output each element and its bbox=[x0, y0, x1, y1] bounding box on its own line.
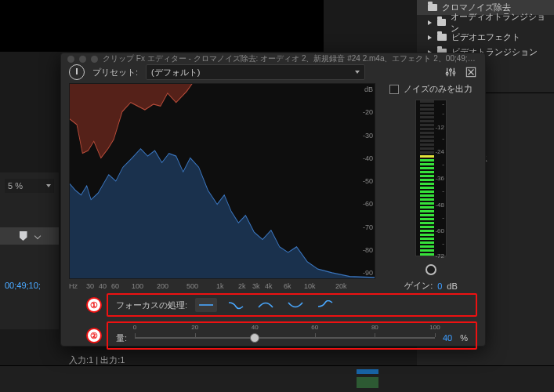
window-titlebar[interactable]: クリップ Fx エディター - クロマノイズ除去: オーディオ 2、新規録音 #… bbox=[61, 53, 485, 64]
amount-value[interactable]: 40 bbox=[443, 333, 452, 343]
io-channels: 入力:1 | 出力:1 bbox=[61, 351, 485, 371]
chevron-down-icon bbox=[355, 71, 360, 74]
zoom-percent[interactable]: 5 % bbox=[5, 179, 54, 193]
amount-highlight: ② 量: 020406080100 40 % bbox=[107, 321, 477, 350]
gain-label: ゲイン: bbox=[404, 280, 433, 292]
annotation-badge-2: ② bbox=[86, 328, 102, 343]
noise-only-checkbox[interactable]: ノイズのみを出力 bbox=[389, 83, 473, 95]
chevron-down-icon bbox=[46, 184, 51, 187]
amount-unit: % bbox=[460, 333, 468, 343]
focus-processing-label: フォーカスの処理: bbox=[116, 299, 187, 311]
noise-only-label: ノイズのみを出力 bbox=[404, 83, 473, 95]
signal-area bbox=[70, 149, 375, 278]
focus-shape-high-shelf[interactable] bbox=[314, 298, 336, 312]
marker-icon[interactable] bbox=[20, 231, 27, 241]
focus-shape-notch[interactable] bbox=[284, 298, 306, 312]
preview-black-area bbox=[0, 0, 324, 52]
tree-item-label: ビデオエフェクト bbox=[451, 31, 520, 43]
spectrum-display: dB-20-30-40-50-60-70-80-90 bbox=[69, 83, 375, 279]
folder-icon bbox=[428, 4, 437, 11]
gain-value[interactable]: 0 bbox=[437, 281, 442, 291]
window-title: クリップ Fx エディター - クロマノイズ除去: オーディオ 2、新規録音 #… bbox=[103, 53, 479, 64]
sliders-icon[interactable] bbox=[444, 66, 457, 78]
focus-shape-flat[interactable] bbox=[195, 298, 217, 312]
focus-processing-highlight: ① フォーカスの処理: bbox=[107, 293, 477, 317]
focus-shape-bell[interactable] bbox=[255, 298, 277, 312]
preset-dropdown[interactable]: (デフォルト) bbox=[146, 64, 365, 80]
traffic-light-close[interactable] bbox=[67, 56, 74, 63]
chevron-down-icon[interactable] bbox=[34, 233, 40, 239]
traffic-light-max[interactable] bbox=[91, 56, 98, 63]
preset-value: (デフォルト) bbox=[151, 67, 200, 78]
annotation-badge-1: ① bbox=[86, 297, 102, 313]
svg-point-3 bbox=[446, 72, 448, 74]
tree-item-label: オーディオトランジション bbox=[451, 11, 548, 34]
timecode-value[interactable]: 00;49;10; bbox=[0, 281, 59, 290]
clip-fx-editor-window: クリップ Fx エディター - クロマノイズ除去: オーディオ 2、新規録音 #… bbox=[60, 53, 486, 347]
effects-tree-item[interactable]: オーディオトランジション bbox=[417, 15, 554, 30]
folder-icon bbox=[437, 19, 446, 26]
zoom-percent-value: 5 % bbox=[8, 181, 23, 191]
checkbox-icon bbox=[389, 85, 399, 94]
power-toggle-icon[interactable] bbox=[69, 64, 85, 80]
svg-point-5 bbox=[453, 71, 455, 74]
amount-slider[interactable]: 020406080100 bbox=[135, 332, 435, 344]
focus-shape-low-shelf[interactable] bbox=[225, 298, 247, 312]
timeline-left-fragment: 5 % 00;49;10; bbox=[0, 172, 59, 329]
level-meter: ---12--24--36--48--60--72 bbox=[415, 100, 447, 256]
amount-label: 量: bbox=[116, 332, 127, 344]
db-scale: dB-20-30-40-50-60-70-80-90 bbox=[363, 84, 373, 278]
close-settings-icon[interactable] bbox=[465, 66, 477, 78]
toolbar: プリセット: (デフォルト) bbox=[61, 64, 485, 80]
folder-icon bbox=[437, 34, 447, 41]
gain-unit: dB bbox=[447, 281, 457, 291]
disclosure-triangle-icon bbox=[428, 20, 433, 25]
svg-point-4 bbox=[450, 69, 452, 71]
slider-thumb[interactable] bbox=[250, 333, 259, 343]
traffic-light-min[interactable] bbox=[79, 56, 86, 63]
disclosure-triangle-icon bbox=[428, 35, 433, 40]
preset-label: プリセット: bbox=[92, 67, 138, 78]
hz-scale: Hz3040601002005001k2k3k4k6k10k20k bbox=[69, 279, 375, 292]
gain-knob[interactable] bbox=[425, 264, 436, 275]
noise-floor-area bbox=[70, 84, 375, 158]
